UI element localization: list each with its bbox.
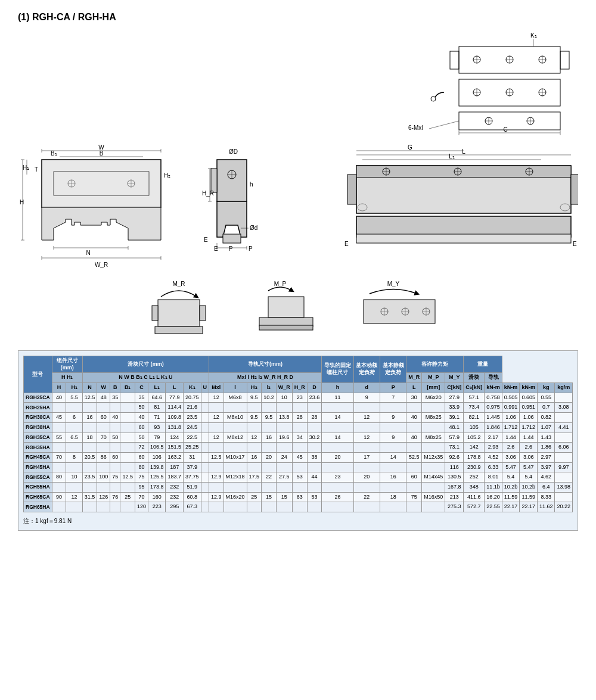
- data-cell: 50: [135, 433, 148, 443]
- g-label: G: [408, 144, 412, 151]
- data-cell: 80: [135, 462, 148, 472]
- b-col: B: [110, 383, 120, 393]
- data-cell: 81: [148, 403, 166, 413]
- data-cell: [247, 462, 262, 472]
- data-cell: 5.4: [520, 472, 538, 483]
- data-cell: [120, 422, 135, 433]
- data-cell: [353, 462, 380, 472]
- data-cell: [422, 443, 445, 453]
- data-cell: 12.9: [209, 492, 224, 502]
- data-cell: 23: [322, 472, 354, 483]
- data-cell: 30: [406, 393, 422, 403]
- my-diagram: M_Y: [352, 279, 447, 338]
- model-cell: RGH45CA: [24, 452, 52, 462]
- data-cell: 40: [406, 413, 422, 423]
- component-sub: H H₁: [52, 373, 82, 383]
- data-cell: [353, 502, 380, 512]
- data-cell: [353, 482, 380, 492]
- model-cell: RGH65HA: [24, 502, 52, 512]
- data-cell: 163.2: [166, 452, 184, 462]
- svg-rect-58: [211, 169, 217, 192]
- data-cell: 71: [148, 413, 166, 423]
- data-cell: 12: [209, 433, 224, 443]
- page-title: (1) RGH-CA / RGH-HA: [18, 12, 578, 23]
- mp-diagram: M_P: [250, 279, 328, 338]
- data-cell: 35: [110, 393, 120, 403]
- hr-label: H_R: [202, 190, 214, 197]
- data-cell: [209, 403, 224, 413]
- data-cell: 10.2b: [502, 482, 520, 492]
- data-cell: 160: [148, 492, 166, 502]
- data-cell: 151.5: [166, 443, 184, 453]
- data-cell: 12: [209, 393, 224, 403]
- col-rail-header: 导轨尺寸(mm): [209, 356, 322, 373]
- data-cell: 30.2: [307, 433, 322, 443]
- data-cell: 24: [276, 452, 292, 462]
- data-cell: [292, 443, 307, 453]
- data-cell: [97, 422, 110, 433]
- data-cell: [82, 403, 97, 413]
- data-cell: 40: [406, 433, 422, 443]
- data-cell: 0.55: [537, 393, 555, 403]
- data-cell: 45: [52, 413, 66, 423]
- data-cell: [120, 452, 135, 462]
- data-cell: [209, 462, 224, 472]
- data-cell: 348: [464, 482, 485, 492]
- data-cell: 14: [322, 413, 354, 423]
- data-cell: [353, 443, 380, 453]
- data-cell: [110, 403, 120, 413]
- data-cell: M16x50: [422, 492, 445, 502]
- svg-rect-88: [356, 234, 571, 243]
- model-cell: RGH45HA: [24, 462, 52, 472]
- data-cell: 9.5: [247, 413, 262, 423]
- data-cell: 10.2: [262, 393, 277, 403]
- data-cell: [406, 462, 422, 472]
- data-cell: 92.6: [445, 452, 464, 462]
- data-cell: 173.8: [148, 482, 166, 492]
- data-cell: [307, 482, 322, 492]
- e-left-label: E: [204, 237, 208, 243]
- data-cell: 16.20: [485, 492, 502, 502]
- data-cell: M10x17: [224, 452, 247, 462]
- data-cell: [110, 482, 120, 492]
- data-cell: 60: [110, 452, 120, 462]
- data-cell: [380, 422, 406, 433]
- data-cell: 142: [464, 443, 485, 453]
- data-cell: 2.6: [502, 443, 520, 453]
- data-cell: M6x8: [224, 393, 247, 403]
- data-cell: 63: [292, 492, 307, 502]
- middle-diagrams: W B B₁ T H₁: [18, 142, 578, 273]
- data-cell: [201, 422, 209, 433]
- data-cell: 57.9: [445, 433, 464, 443]
- data-cell: [380, 482, 406, 492]
- data-cell: 183.7: [166, 472, 184, 483]
- data-cell: M14x45: [422, 472, 445, 483]
- l-label: L: [462, 148, 466, 155]
- data-cell: [247, 502, 262, 512]
- data-cell: [406, 482, 422, 492]
- data-cell: 12.5: [82, 393, 97, 403]
- data-cell: 40: [110, 413, 120, 423]
- data-cell: 64.6: [148, 393, 166, 403]
- data-cell: M6x20: [422, 393, 445, 403]
- data-cell: [406, 502, 422, 512]
- u-col: U: [201, 383, 209, 393]
- slider-sub: N W B B₁ C L₁ L K₁ U: [82, 373, 209, 383]
- data-cell: [224, 403, 247, 413]
- data-cell: [276, 502, 292, 512]
- data-cell: 0.82: [537, 413, 555, 423]
- data-cell: 167.8: [445, 482, 464, 492]
- model-cell: RGH55HA: [24, 482, 52, 492]
- data-cell: [380, 443, 406, 453]
- d-small-col: d: [353, 383, 380, 393]
- data-cell: [247, 443, 262, 453]
- w-col: W: [97, 383, 110, 393]
- n-col: N: [82, 383, 97, 393]
- data-cell: 28: [307, 413, 322, 423]
- data-cell: 1.06: [502, 413, 520, 423]
- data-cell: 572.7: [464, 502, 485, 512]
- data-cell: 18: [380, 492, 406, 502]
- data-cell: [292, 422, 307, 433]
- data-cell: 1.43: [537, 433, 555, 443]
- data-cell: [422, 403, 445, 413]
